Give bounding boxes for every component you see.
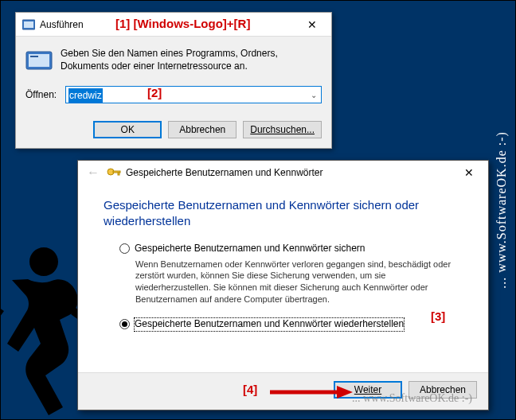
wizard-title: Gespeicherte Benutzernamen und Kennwörte… [126, 167, 452, 178]
svg-marker-9 [337, 386, 353, 399]
radio-unchecked-icon[interactable] [119, 243, 130, 254]
option-backup-description: Wenn Benutzernamen oder Kennwörter verlo… [135, 259, 463, 305]
svg-rect-1 [24, 21, 33, 28]
watermark-side: ... www.SoftwareOK.de :-) [494, 131, 509, 289]
open-combobox[interactable]: credwiz ⌄ [65, 86, 322, 103]
wizard-titlebar: ← Gespeicherte Benutzernamen und Kennwör… [78, 161, 488, 185]
run-icon [22, 18, 35, 31]
run-description: Geben Sie den Namen eines Programms, Ord… [61, 48, 322, 75]
radio-checked-icon[interactable] [119, 319, 130, 329]
option-restore-label: Gespeicherte Benutzernamen und Kennwörte… [135, 318, 404, 331]
back-arrow-icon: ← [84, 164, 102, 181]
arrow-icon [268, 384, 354, 402]
open-input-text: credwiz [68, 88, 103, 103]
wizard-heading: Gespeicherte Benutzernamen und Kennwörte… [104, 197, 463, 228]
annotation-3: [3] [431, 309, 445, 323]
run-dialog: Ausführen ✕ Geben Sie den Namen eines Pr… [15, 12, 332, 149]
run-app-icon [25, 48, 53, 75]
watermark-inline: ... www.SoftwareOK.de :-) [352, 392, 472, 405]
option-backup[interactable]: Gespeicherte Benutzernamen und Kennwörte… [119, 243, 463, 255]
svg-rect-4 [30, 56, 38, 57]
browse-button[interactable]: Durchsuchen... [243, 121, 322, 138]
option-backup-label: Gespeicherte Benutzernamen und Kennwörte… [135, 243, 366, 255]
close-icon[interactable]: ✕ [452, 161, 487, 184]
annotation-1: [1] [Windows-Logo]+[R] [115, 17, 250, 30]
open-label: Öffnen: [25, 89, 61, 100]
cancel-button[interactable]: Abbrechen [168, 121, 236, 138]
option-restore[interactable]: Gespeicherte Benutzernamen und Kennwörte… [119, 318, 463, 331]
run-body: Geben Sie den Namen eines Programms, Ord… [16, 37, 331, 115]
chevron-down-icon[interactable]: ⌄ [307, 91, 321, 99]
annotation-4: [4] [243, 383, 257, 396]
run-button-row: OK Abbrechen Durchsuchen... [16, 115, 331, 148]
annotation-2: [2] [147, 86, 162, 99]
wizard-body: Gespeicherte Benutzernamen und Kennwörte… [78, 185, 488, 372]
close-icon[interactable]: ✕ [295, 14, 330, 36]
key-icon [107, 166, 121, 180]
svg-rect-7 [118, 173, 119, 175]
credwiz-dialog: ← Gespeicherte Benutzernamen und Kennwör… [77, 160, 489, 410]
ok-button[interactable]: OK [93, 121, 162, 138]
